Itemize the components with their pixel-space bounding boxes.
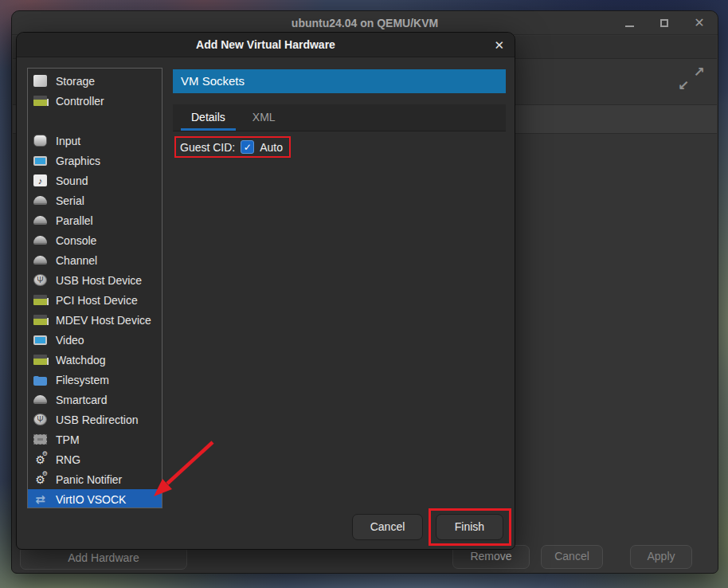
hardware-type-label: Parallel: [56, 214, 93, 227]
fullscreen-expand-icon[interactable]: ↗↙: [678, 65, 705, 92]
hardware-type-label: Serial: [56, 194, 84, 207]
hardware-type-label: Storage: [56, 75, 95, 88]
hardware-type-row[interactable]: TPM: [28, 429, 162, 449]
apply-button[interactable]: Apply: [630, 545, 692, 569]
minimize-icon[interactable]: [622, 16, 636, 30]
maximize-icon[interactable]: [657, 16, 671, 30]
pci-card-icon: [33, 315, 47, 325]
hardware-type-row[interactable]: Parallel: [28, 210, 162, 230]
hardware-type-label: Filesystem: [56, 374, 109, 386]
dialog-cancel-button[interactable]: Cancel: [352, 514, 423, 540]
window-controls: ✕: [622, 11, 706, 35]
hardware-type-row[interactable]: Watchdog: [28, 350, 162, 370]
hardware-type-row[interactable]: Console: [28, 230, 162, 250]
gear-icon: [33, 453, 47, 466]
hardware-type-label: PCI Host Device: [56, 294, 138, 307]
guest-cid-label: Guest CID:: [180, 141, 235, 154]
hardware-type-row[interactable]: Video: [28, 330, 162, 350]
tab-xml[interactable]: XML: [239, 104, 289, 131]
hardware-type-row[interactable]: USB Redirection: [28, 410, 162, 429]
add-hardware-dialog: Add New Virtual Hardware ✕ Storage Contr…: [16, 32, 515, 550]
mouse-icon: [33, 135, 47, 147]
hardware-type-label: Watchdog: [56, 354, 106, 367]
check-icon: ✓: [244, 143, 252, 152]
pci-card-icon: [33, 355, 47, 365]
hardware-type-list: Storage Controller Input Graphics Sound: [27, 68, 162, 508]
hardware-type-row[interactable]: VirtIO VSOCK: [28, 489, 162, 508]
hardware-type-label: RNG: [56, 453, 80, 466]
tab-bar: Details XML: [173, 104, 506, 131]
dialog-title: Add New Virtual Hardware: [17, 33, 515, 57]
hardware-type-row[interactable]: Storage: [28, 71, 162, 91]
dialog-close-icon[interactable]: ✕: [494, 33, 504, 57]
chip-icon: [33, 434, 47, 445]
details-pane: [173, 132, 506, 535]
speaker-icon: [33, 174, 47, 186]
channel-icon: [33, 256, 47, 265]
hardware-type-row[interactable]: RNG: [28, 449, 162, 469]
hardware-type-label: Sound: [56, 174, 88, 187]
hardware-type-label: Channel: [56, 254, 97, 267]
finish-annotation-box: [429, 508, 511, 546]
hardware-type-row[interactable]: Controller: [28, 91, 162, 111]
parallel-port-icon: [33, 216, 47, 225]
monitor-icon: [33, 335, 47, 345]
hardware-type-label: Smartcard: [56, 394, 108, 406]
hardware-type-row[interactable]: Panic Notifier: [28, 469, 162, 489]
hardware-type-row[interactable]: MDEV Host Device: [28, 310, 162, 330]
usb-icon: [33, 274, 47, 286]
gear-icon: [33, 472, 47, 486]
close-icon[interactable]: ✕: [692, 16, 706, 30]
serial-port-icon: [33, 196, 47, 205]
hardware-type-label: Panic Notifier: [56, 473, 122, 486]
pci-card-icon: [33, 96, 47, 106]
hardware-type-row[interactable]: Sound: [28, 171, 162, 190]
hardware-type-label: Graphics: [56, 155, 100, 167]
guest-cid-annotation-box: Guest CID: ✓ Auto: [174, 136, 291, 158]
hardware-type-label: MDEV Host Device: [56, 314, 151, 327]
auto-label: Auto: [260, 141, 283, 154]
hardware-type-label: USB Host Device: [56, 274, 142, 287]
tab-details[interactable]: Details: [178, 104, 239, 131]
hardware-type-label: Controller: [56, 95, 104, 108]
console-icon: [33, 236, 47, 245]
folder-icon: [33, 377, 47, 386]
sync-arrows-icon: [33, 492, 47, 506]
hardware-type-row[interactable]: Smartcard: [28, 390, 162, 410]
hardware-type-row[interactable]: USB Host Device: [28, 270, 162, 290]
smartcard-icon: [33, 395, 47, 404]
dialog-titlebar[interactable]: Add New Virtual Hardware ✕: [17, 33, 515, 57]
hardware-type-row[interactable]: Filesystem: [28, 370, 162, 390]
hardware-type-label: Console: [56, 234, 96, 247]
hardware-type-row[interactable]: [28, 111, 162, 131]
hardware-type-row[interactable]: Serial: [28, 190, 162, 210]
hardware-type-label: TPM: [56, 433, 80, 446]
page-title: VM Sockets: [173, 69, 506, 93]
hardware-type-label: Video: [56, 334, 84, 347]
disk-icon: [33, 75, 47, 87]
hardware-type-label: USB Redirection: [56, 414, 139, 426]
usb-icon: [33, 414, 47, 425]
monitor-icon: [33, 156, 47, 166]
pci-card-icon: [33, 295, 47, 305]
hardware-type-row[interactable]: PCI Host Device: [28, 290, 162, 310]
auto-checkbox[interactable]: ✓: [241, 140, 254, 154]
window-cancel-button[interactable]: Cancel: [541, 545, 603, 569]
hardware-type-label: VirtIO VSOCK: [56, 493, 126, 506]
hardware-type-row[interactable]: Channel: [28, 250, 162, 270]
hardware-type-row[interactable]: Input: [28, 131, 162, 151]
hardware-type-row[interactable]: Graphics: [28, 151, 162, 171]
hardware-type-label: Input: [56, 135, 80, 147]
